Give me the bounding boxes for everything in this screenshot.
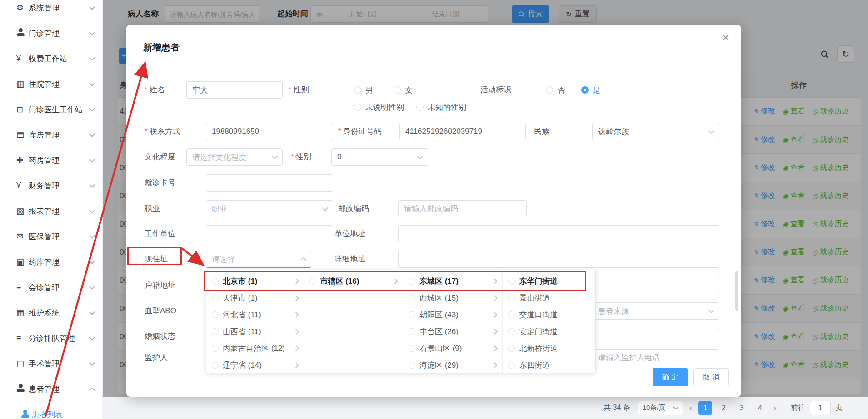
sidebar-item-report[interactable]: ▧报表管理	[0, 198, 102, 224]
sidebar-item-pharmacy[interactable]: ✚药房管理	[0, 148, 102, 173]
gender-label: *性别	[289, 81, 309, 99]
sidebar-item-surgery[interactable]: ▢手术管理	[0, 351, 102, 376]
gender2-select[interactable]: 0	[331, 148, 428, 166]
cascader-option-shixiaqu[interactable]: 市辖区 (16)	[304, 273, 403, 290]
required-asterisk: *	[289, 85, 292, 94]
visit-card-label: 就诊卡号	[145, 174, 175, 192]
cascader-option-fengtai[interactable]: 丰台区 (26)	[403, 323, 502, 340]
radio-circle	[212, 295, 219, 301]
sidebar-item-doctor-workstation[interactable]: ⊡门诊医生工作站	[0, 97, 102, 122]
chevron-up-icon	[300, 257, 306, 263]
sidebar-item-insurance[interactable]: ✉医保管理	[0, 224, 102, 249]
cascader-option-jingshan[interactable]: 景山街道	[503, 290, 595, 306]
chevron-down-icon	[89, 335, 95, 340]
page-size-select[interactable]: 10条/页	[638, 401, 683, 415]
unit-address-input[interactable]	[398, 225, 719, 242]
cascader-option-neimenggu[interactable]: 内蒙古自治区 (12)	[206, 340, 304, 357]
gender-radio-male[interactable]: 男	[354, 81, 373, 99]
person-icon	[21, 410, 32, 419]
guardian-phone-input[interactable]	[592, 349, 719, 366]
sidebar-item-warehouse[interactable]: ▤库房管理	[0, 122, 102, 148]
radio-circle	[212, 278, 219, 285]
confirm-button[interactable]: 确 定	[653, 368, 688, 386]
sidebar-item-finance[interactable]: ¥财务管理	[0, 173, 102, 198]
sidebar-item-triage-queue[interactable]: ≡分诊排队管理	[0, 325, 102, 351]
id-number-input[interactable]	[399, 123, 526, 140]
sidebar-item-maintain[interactable]: ▦维护系统	[0, 300, 102, 325]
pagination-bar: 共 34 条 10条/页 ‹ 1 2 3 4 › 前往 页	[103, 397, 868, 419]
cascader-option-chaoyang[interactable]: 朝阳区 (43)	[403, 306, 502, 323]
contact-input[interactable]	[206, 123, 333, 140]
gender-radio-female[interactable]: 女	[394, 81, 413, 99]
cancel-button[interactable]: 取 消	[693, 368, 729, 386]
cascader-district-column: 东城区 (17) 西城区 (15) 朝阳区 (43) 丰台区 (26) 石景山区…	[403, 270, 503, 373]
patient-source-select[interactable]: 患者来源	[592, 302, 719, 320]
close-icon[interactable]: ×	[722, 31, 729, 44]
cascader-option-shijingshan[interactable]: 石景山区 (9)	[403, 340, 502, 357]
modal-scrollbar-thumb[interactable]	[735, 271, 738, 311]
guardian-label: 监护人	[145, 349, 168, 366]
cascader-option-dongcheng[interactable]: 东城区 (17)	[403, 273, 502, 290]
gender-radio-unknown[interactable]: 未知的性别	[416, 99, 466, 116]
cascader-city-column: 市辖区 (16)	[304, 270, 403, 373]
sidebar-item-inpatient[interactable]: ▥住院管理	[0, 71, 102, 97]
cascader-option-donghuamen[interactable]: 东华门街道	[503, 273, 595, 290]
active-radio-yes[interactable]: 是	[581, 81, 600, 99]
cascader-option-beijing[interactable]: 北京市 (1)	[206, 273, 304, 290]
required-asterisk: *	[291, 153, 294, 161]
sidebar: ⚙系统管理 门诊管理 ¥收费工作站 ▥住院管理 ⊡门诊医生工作站 ▤库房管理 ✚…	[0, 0, 103, 419]
radio-circle	[212, 362, 219, 369]
radio-circle	[416, 104, 424, 111]
page-button-4[interactable]: 4	[753, 401, 767, 415]
chevron-down-icon	[89, 30, 95, 35]
visit-card-input[interactable]	[206, 174, 333, 192]
prev-page-button[interactable]: ‹	[688, 403, 694, 413]
cascader-option-dongsi[interactable]: 东四街道	[503, 357, 595, 373]
gender-radio-unstated[interactable]: 未说明性别	[354, 99, 404, 116]
cascader-option-jiaodaokou[interactable]: 交道口街道	[503, 306, 595, 323]
work-unit-input[interactable]	[206, 225, 333, 242]
chevron-right-icon	[492, 295, 498, 301]
page-button-1[interactable]: 1	[698, 401, 712, 415]
sidebar-item-drugstore[interactable]: ▣药库管理	[0, 249, 102, 275]
sidebar-item-charging[interactable]: ¥收费工作站	[0, 46, 102, 71]
page-button-2[interactable]: 2	[717, 401, 730, 415]
chevron-down-icon	[417, 153, 423, 159]
total-count: 共 34 条	[604, 403, 630, 413]
postal-input[interactable]	[398, 200, 527, 217]
cascader-option-liaoning[interactable]: 辽宁省 (14)	[206, 357, 304, 373]
occupation-select[interactable]: 职业	[206, 200, 333, 217]
education-select[interactable]: 请选择文化程度	[186, 148, 283, 166]
sidebar-item-patient-management[interactable]: 患者管理	[0, 376, 102, 402]
cascader-option-haidian[interactable]: 海淀区 (29)	[403, 357, 502, 373]
sidebar-item-system[interactable]: ⚙系统管理	[0, 0, 102, 20]
person-icon	[16, 28, 29, 38]
sidebar-item-patient-list[interactable]: 患者列表	[0, 402, 102, 419]
active-radio-no[interactable]: 否	[546, 81, 565, 99]
next-page-button[interactable]: ›	[771, 403, 778, 413]
cascader-street-column: 东华门街道 景山街道 交道口街道 安定门街道 北新桥街道 东四街道	[503, 270, 595, 373]
page-button-3[interactable]: 3	[735, 401, 748, 415]
detail-address-input[interactable]	[398, 251, 719, 268]
cascader-option-andingmen[interactable]: 安定门街道	[503, 323, 595, 340]
sidebar-item-outpatient[interactable]: 门诊管理	[0, 20, 102, 46]
name-label: *姓名	[145, 81, 165, 99]
goto-page-input[interactable]	[810, 401, 831, 415]
cascader-option-xicheng[interactable]: 西城区 (15)	[403, 290, 502, 306]
detail-address-label: 详细地址	[334, 251, 365, 268]
chevron-down-icon	[89, 106, 95, 112]
finance-icon: ¥	[16, 181, 29, 191]
chevron-down-icon	[89, 157, 95, 163]
name-input[interactable]	[186, 81, 283, 99]
report-icon: ▧	[16, 206, 29, 216]
chevron-right-icon	[492, 312, 498, 318]
current-address-cascader[interactable]: 请选择	[206, 251, 311, 268]
cascader-option-beixinqiao: 北新桥街道	[503, 340, 595, 357]
cascader-option-hebei[interactable]: 河北省 (11)	[206, 306, 304, 323]
radio-circle	[212, 328, 219, 335]
chevron-down-icon	[89, 233, 95, 239]
sidebar-item-consult[interactable]: ≡会诊管理	[0, 275, 102, 300]
cascader-option-tianjin[interactable]: 天津市 (1)	[206, 290, 304, 306]
ethnicity-select[interactable]: 达斡尔族	[592, 123, 719, 140]
cascader-option-shanxi[interactable]: 山西省 (11)	[206, 323, 304, 340]
